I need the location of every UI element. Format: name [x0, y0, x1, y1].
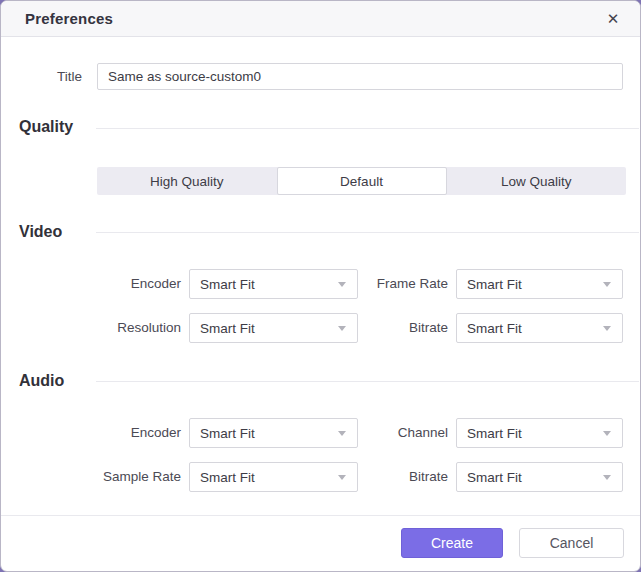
video-resolution-label: Resolution [1, 313, 181, 343]
video-bitrate-select[interactable]: Smart Fit [456, 313, 623, 343]
audio-bitrate-select[interactable]: Smart Fit [456, 462, 623, 492]
quality-section-divider [96, 128, 639, 129]
audio-row-1: Encoder Smart Fit Channel Smart Fit [1, 418, 640, 448]
title-field-label: Title [1, 63, 82, 90]
chevron-down-icon [603, 282, 611, 287]
audio-channel-label: Channel [358, 418, 448, 448]
video-row-2: Resolution Smart Fit Bitrate Smart Fit [1, 313, 640, 343]
cancel-button[interactable]: Cancel [519, 528, 624, 558]
video-resolution-value: Smart Fit [200, 321, 255, 336]
audio-encoder-label: Encoder [1, 418, 181, 448]
quality-tab-strip: High Quality Default Low Quality [97, 167, 626, 195]
audio-samplerate-select[interactable]: Smart Fit [189, 462, 358, 492]
chevron-down-icon [338, 431, 346, 436]
preferences-dialog: Preferences ✕ Title Quality High Quality… [0, 0, 641, 572]
video-resolution-select[interactable]: Smart Fit [189, 313, 358, 343]
audio-channel-value: Smart Fit [467, 426, 522, 441]
title-input[interactable] [97, 63, 623, 90]
video-framerate-select[interactable]: Smart Fit [456, 269, 623, 299]
footer-divider [1, 515, 640, 516]
video-encoder-select[interactable]: Smart Fit [189, 269, 358, 299]
audio-encoder-value: Smart Fit [200, 426, 255, 441]
audio-section-divider [96, 381, 639, 382]
chevron-down-icon [338, 326, 346, 331]
audio-channel-select[interactable]: Smart Fit [456, 418, 623, 448]
video-section-heading: Video [19, 223, 62, 241]
video-section-divider [96, 232, 639, 233]
audio-samplerate-label: Sample Rate [1, 462, 181, 492]
video-encoder-label: Encoder [1, 269, 181, 299]
audio-bitrate-label: Bitrate [358, 462, 448, 492]
create-button[interactable]: Create [401, 528, 503, 558]
chevron-down-icon [603, 475, 611, 480]
audio-section-heading: Audio [19, 372, 64, 390]
close-icon: ✕ [607, 11, 620, 26]
dialog-title: Preferences [25, 10, 113, 27]
dialog-titlebar: Preferences ✕ [1, 1, 640, 37]
video-bitrate-value: Smart Fit [467, 321, 522, 336]
audio-row-2: Sample Rate Smart Fit Bitrate Smart Fit [1, 462, 640, 492]
video-framerate-label: Frame Rate [358, 269, 448, 299]
tab-default[interactable]: Default [277, 167, 447, 195]
video-encoder-value: Smart Fit [200, 277, 255, 292]
chevron-down-icon [338, 282, 346, 287]
video-bitrate-label: Bitrate [358, 313, 448, 343]
quality-section-heading: Quality [19, 118, 73, 136]
tab-low-quality[interactable]: Low Quality [447, 167, 627, 195]
video-row-1: Encoder Smart Fit Frame Rate Smart Fit [1, 269, 640, 299]
audio-samplerate-value: Smart Fit [200, 470, 255, 485]
audio-encoder-select[interactable]: Smart Fit [189, 418, 358, 448]
audio-bitrate-value: Smart Fit [467, 470, 522, 485]
chevron-down-icon [603, 326, 611, 331]
chevron-down-icon [338, 475, 346, 480]
tab-high-quality[interactable]: High Quality [97, 167, 277, 195]
chevron-down-icon [603, 431, 611, 436]
close-button[interactable]: ✕ [600, 6, 626, 32]
video-framerate-value: Smart Fit [467, 277, 522, 292]
